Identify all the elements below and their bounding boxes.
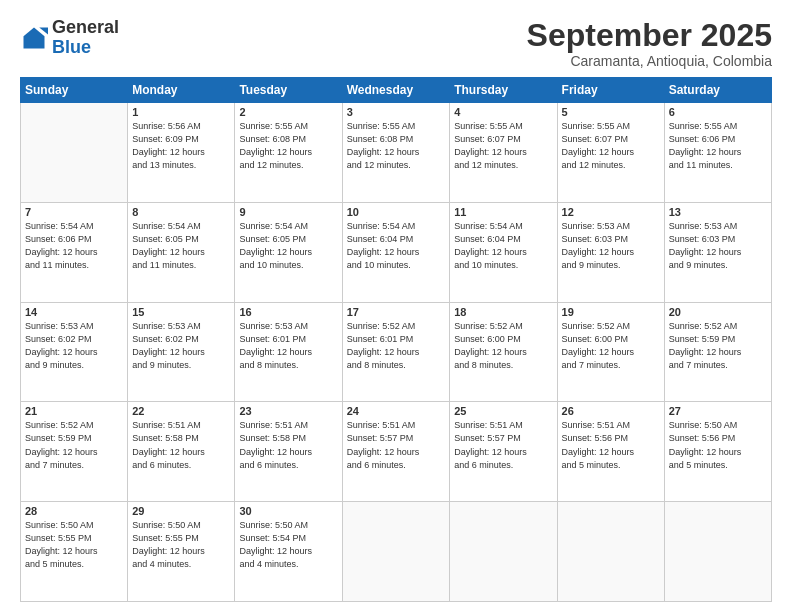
day-number: 30 <box>239 505 337 517</box>
title-block: September 2025 Caramanta, Antioquia, Col… <box>527 18 772 69</box>
day-info: Sunrise: 5:56 AMSunset: 6:09 PMDaylight:… <box>132 120 230 172</box>
header-wednesday: Wednesday <box>342 78 450 103</box>
calendar-cell-w0-d3: 3Sunrise: 5:55 AMSunset: 6:08 PMDaylight… <box>342 103 450 203</box>
day-info: Sunrise: 5:53 AMSunset: 6:02 PMDaylight:… <box>132 320 230 372</box>
day-number: 14 <box>25 306 123 318</box>
calendar-cell-w3-d3: 24Sunrise: 5:51 AMSunset: 5:57 PMDayligh… <box>342 402 450 502</box>
calendar-cell-w0-d0 <box>21 103 128 203</box>
calendar-cell-w2-d2: 16Sunrise: 5:53 AMSunset: 6:01 PMDayligh… <box>235 302 342 402</box>
calendar-cell-w1-d0: 7Sunrise: 5:54 AMSunset: 6:06 PMDaylight… <box>21 202 128 302</box>
header: General Blue September 2025 Caramanta, A… <box>20 18 772 69</box>
day-info: Sunrise: 5:51 AMSunset: 5:56 PMDaylight:… <box>562 419 660 471</box>
day-info: Sunrise: 5:54 AMSunset: 6:05 PMDaylight:… <box>132 220 230 272</box>
calendar-cell-w1-d6: 13Sunrise: 5:53 AMSunset: 6:03 PMDayligh… <box>664 202 771 302</box>
day-info: Sunrise: 5:52 AMSunset: 6:00 PMDaylight:… <box>562 320 660 372</box>
day-info: Sunrise: 5:55 AMSunset: 6:07 PMDaylight:… <box>454 120 552 172</box>
header-tuesday: Tuesday <box>235 78 342 103</box>
calendar-cell-w3-d0: 21Sunrise: 5:52 AMSunset: 5:59 PMDayligh… <box>21 402 128 502</box>
day-number: 13 <box>669 206 767 218</box>
calendar-cell-w3-d4: 25Sunrise: 5:51 AMSunset: 5:57 PMDayligh… <box>450 402 557 502</box>
day-info: Sunrise: 5:55 AMSunset: 6:06 PMDaylight:… <box>669 120 767 172</box>
day-info: Sunrise: 5:55 AMSunset: 6:08 PMDaylight:… <box>239 120 337 172</box>
calendar-cell-w2-d0: 14Sunrise: 5:53 AMSunset: 6:02 PMDayligh… <box>21 302 128 402</box>
calendar-cell-w3-d6: 27Sunrise: 5:50 AMSunset: 5:56 PMDayligh… <box>664 402 771 502</box>
day-number: 23 <box>239 405 337 417</box>
day-number: 15 <box>132 306 230 318</box>
logo-general: General <box>52 18 119 38</box>
calendar-cell-w1-d5: 12Sunrise: 5:53 AMSunset: 6:03 PMDayligh… <box>557 202 664 302</box>
calendar-cell-w2-d3: 17Sunrise: 5:52 AMSunset: 6:01 PMDayligh… <box>342 302 450 402</box>
calendar-cell-w2-d1: 15Sunrise: 5:53 AMSunset: 6:02 PMDayligh… <box>128 302 235 402</box>
logo: General Blue <box>20 18 119 58</box>
day-number: 5 <box>562 106 660 118</box>
calendar-cell-w1-d2: 9Sunrise: 5:54 AMSunset: 6:05 PMDaylight… <box>235 202 342 302</box>
day-number: 19 <box>562 306 660 318</box>
calendar-cell-w1-d4: 11Sunrise: 5:54 AMSunset: 6:04 PMDayligh… <box>450 202 557 302</box>
day-info: Sunrise: 5:54 AMSunset: 6:04 PMDaylight:… <box>454 220 552 272</box>
day-number: 25 <box>454 405 552 417</box>
day-number: 18 <box>454 306 552 318</box>
day-info: Sunrise: 5:55 AMSunset: 6:08 PMDaylight:… <box>347 120 446 172</box>
calendar-cell-w2-d5: 19Sunrise: 5:52 AMSunset: 6:00 PMDayligh… <box>557 302 664 402</box>
day-number: 27 <box>669 405 767 417</box>
header-friday: Friday <box>557 78 664 103</box>
calendar-cell-w0-d5: 5Sunrise: 5:55 AMSunset: 6:07 PMDaylight… <box>557 103 664 203</box>
day-info: Sunrise: 5:53 AMSunset: 6:02 PMDaylight:… <box>25 320 123 372</box>
day-number: 10 <box>347 206 446 218</box>
svg-marker-0 <box>24 27 45 48</box>
calendar-cell-w4-d4 <box>450 502 557 602</box>
day-number: 8 <box>132 206 230 218</box>
calendar-cell-w2-d6: 20Sunrise: 5:52 AMSunset: 5:59 PMDayligh… <box>664 302 771 402</box>
day-number: 21 <box>25 405 123 417</box>
calendar-cell-w3-d5: 26Sunrise: 5:51 AMSunset: 5:56 PMDayligh… <box>557 402 664 502</box>
calendar-cell-w4-d5 <box>557 502 664 602</box>
day-number: 6 <box>669 106 767 118</box>
calendar-cell-w3-d2: 23Sunrise: 5:51 AMSunset: 5:58 PMDayligh… <box>235 402 342 502</box>
logo-blue: Blue <box>52 38 119 58</box>
day-info: Sunrise: 5:52 AMSunset: 5:59 PMDaylight:… <box>669 320 767 372</box>
week-row-4: 28Sunrise: 5:50 AMSunset: 5:55 PMDayligh… <box>21 502 772 602</box>
header-sunday: Sunday <box>21 78 128 103</box>
day-number: 29 <box>132 505 230 517</box>
day-info: Sunrise: 5:53 AMSunset: 6:01 PMDaylight:… <box>239 320 337 372</box>
header-monday: Monday <box>128 78 235 103</box>
day-info: Sunrise: 5:54 AMSunset: 6:05 PMDaylight:… <box>239 220 337 272</box>
calendar-cell-w4-d3 <box>342 502 450 602</box>
day-number: 4 <box>454 106 552 118</box>
day-info: Sunrise: 5:50 AMSunset: 5:55 PMDaylight:… <box>25 519 123 571</box>
page: General Blue September 2025 Caramanta, A… <box>0 0 792 612</box>
day-number: 9 <box>239 206 337 218</box>
calendar-cell-w4-d1: 29Sunrise: 5:50 AMSunset: 5:55 PMDayligh… <box>128 502 235 602</box>
day-info: Sunrise: 5:51 AMSunset: 5:58 PMDaylight:… <box>239 419 337 471</box>
calendar-cell-w4-d2: 30Sunrise: 5:50 AMSunset: 5:54 PMDayligh… <box>235 502 342 602</box>
day-number: 22 <box>132 405 230 417</box>
calendar-cell-w0-d6: 6Sunrise: 5:55 AMSunset: 6:06 PMDaylight… <box>664 103 771 203</box>
day-number: 7 <box>25 206 123 218</box>
day-info: Sunrise: 5:52 AMSunset: 6:01 PMDaylight:… <box>347 320 446 372</box>
day-info: Sunrise: 5:51 AMSunset: 5:58 PMDaylight:… <box>132 419 230 471</box>
logo-icon <box>20 24 48 52</box>
day-info: Sunrise: 5:54 AMSunset: 6:04 PMDaylight:… <box>347 220 446 272</box>
day-number: 24 <box>347 405 446 417</box>
day-number: 12 <box>562 206 660 218</box>
day-number: 1 <box>132 106 230 118</box>
subtitle: Caramanta, Antioquia, Colombia <box>527 53 772 69</box>
day-info: Sunrise: 5:53 AMSunset: 6:03 PMDaylight:… <box>669 220 767 272</box>
calendar-cell-w0-d2: 2Sunrise: 5:55 AMSunset: 6:08 PMDaylight… <box>235 103 342 203</box>
day-info: Sunrise: 5:51 AMSunset: 5:57 PMDaylight:… <box>454 419 552 471</box>
calendar-cell-w4-d0: 28Sunrise: 5:50 AMSunset: 5:55 PMDayligh… <box>21 502 128 602</box>
day-number: 3 <box>347 106 446 118</box>
calendar-header-row: Sunday Monday Tuesday Wednesday Thursday… <box>21 78 772 103</box>
header-saturday: Saturday <box>664 78 771 103</box>
day-info: Sunrise: 5:52 AMSunset: 6:00 PMDaylight:… <box>454 320 552 372</box>
day-number: 2 <box>239 106 337 118</box>
calendar-cell-w4-d6 <box>664 502 771 602</box>
day-info: Sunrise: 5:55 AMSunset: 6:07 PMDaylight:… <box>562 120 660 172</box>
calendar-cell-w1-d1: 8Sunrise: 5:54 AMSunset: 6:05 PMDaylight… <box>128 202 235 302</box>
day-info: Sunrise: 5:53 AMSunset: 6:03 PMDaylight:… <box>562 220 660 272</box>
calendar-cell-w3-d1: 22Sunrise: 5:51 AMSunset: 5:58 PMDayligh… <box>128 402 235 502</box>
day-number: 11 <box>454 206 552 218</box>
day-number: 28 <box>25 505 123 517</box>
calendar-table: Sunday Monday Tuesday Wednesday Thursday… <box>20 77 772 602</box>
day-number: 20 <box>669 306 767 318</box>
